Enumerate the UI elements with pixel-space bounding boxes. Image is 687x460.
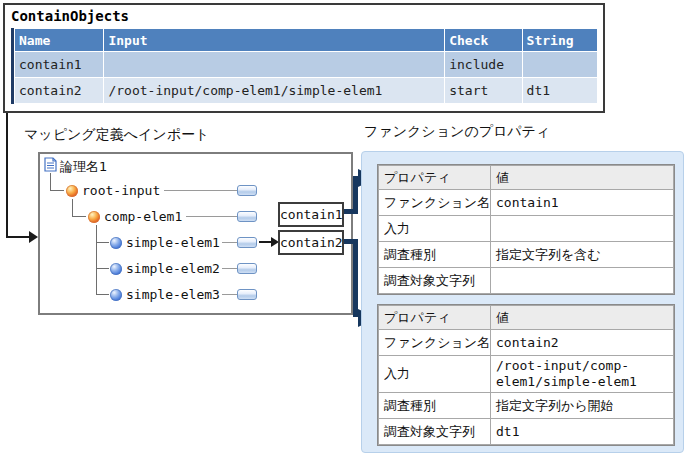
property-row: ファンクション名 contain2 xyxy=(379,330,674,356)
property-value xyxy=(491,216,674,242)
property-value: contain1 xyxy=(491,190,674,216)
tree-node-simple-elem2: simple-elem2 xyxy=(126,261,220,276)
property-row: 調査対象文字列 dt1 xyxy=(379,419,674,445)
mapping-handle-icon xyxy=(237,185,257,196)
mapping-handle-icon xyxy=(237,263,257,274)
property-col-header: プロパティ xyxy=(379,166,491,190)
connector-table-to-tree-horizontal xyxy=(6,236,30,238)
property-row: 調査対象文字列 xyxy=(379,268,674,294)
property-table-contain1: プロパティ 値 ファンクション名 contain1 入力 調査種別 指定文字列を… xyxy=(378,165,674,294)
property-name: ファンクション名 xyxy=(379,190,491,216)
arrowhead-into-tree-icon xyxy=(29,231,38,243)
property-value xyxy=(491,268,674,294)
element-icon xyxy=(66,185,78,197)
property-row: 調査種別 指定文字列から開始 xyxy=(379,393,674,419)
column-header-check: Check xyxy=(445,29,521,51)
tree-node-root-input: root-input xyxy=(82,183,160,198)
tree-connector xyxy=(96,268,109,269)
mapping-handle-icon xyxy=(237,237,257,248)
tree-connector xyxy=(72,216,86,217)
diagram-page: ContainObjects Name Input Check String c… xyxy=(0,0,687,460)
cell-check: start xyxy=(445,78,521,103)
simple-element-icon xyxy=(110,237,122,249)
function-properties-label: ファンクションのプロパティ xyxy=(364,123,550,141)
property-row: 入力 xyxy=(379,216,674,242)
table-header-row: Name Input Check String xyxy=(15,29,597,51)
value-col-header: 値 xyxy=(491,306,674,330)
tree-connector xyxy=(96,242,109,243)
tree-connector xyxy=(96,225,97,295)
property-name: 入力 xyxy=(379,216,491,242)
node-handle-line xyxy=(222,268,237,269)
tree-connector xyxy=(50,190,64,191)
table-row: contain2 /root-input/comp-elem1/simple-e… xyxy=(15,78,597,103)
mapping-handle-icon xyxy=(237,289,257,300)
property-value: /root-input/comp-elem1/simple-elem1 xyxy=(491,356,674,393)
column-header-string: String xyxy=(523,29,597,51)
node-handle-line xyxy=(222,242,237,243)
property-name: 調査対象文字列 xyxy=(379,419,491,445)
tree-node-simple-elem3: simple-elem3 xyxy=(126,287,220,302)
contain-objects-title: ContainObjects xyxy=(11,8,129,24)
property-row: ファンクション名 contain1 xyxy=(379,190,674,216)
property-value: dt1 xyxy=(491,419,674,445)
column-header-input: Input xyxy=(104,29,444,51)
cell-string: dt1 xyxy=(523,78,597,103)
cell-string xyxy=(523,52,597,77)
connector-table-to-tree-vertical xyxy=(6,113,8,237)
property-header-row: プロパティ 値 xyxy=(379,166,674,190)
cell-name: contain1 xyxy=(15,52,103,77)
column-header-name: Name xyxy=(15,29,103,51)
tree-node-simple-elem1: simple-elem1 xyxy=(126,235,220,250)
property-value: 指定文字列を含む xyxy=(491,242,674,268)
element-icon xyxy=(88,211,100,223)
tree-connector xyxy=(50,173,51,191)
node-handle-line xyxy=(222,294,237,295)
property-name: 調査種別 xyxy=(379,393,491,419)
property-col-header: プロパティ xyxy=(379,306,491,330)
property-value: contain2 xyxy=(491,330,674,356)
mapping-handle-icon xyxy=(237,211,257,222)
cell-name: contain2 xyxy=(15,78,103,103)
property-row: 調査種別 指定文字列を含む xyxy=(379,242,674,268)
property-name: ファンクション名 xyxy=(379,330,491,356)
contain-objects-table-wrap: Name Input Check String contain1 include… xyxy=(11,28,598,104)
function-box-contain1: contain1 xyxy=(278,202,344,227)
tree-root-label: 論理名1 xyxy=(60,158,107,176)
property-row: 入力 /root-input/comp-elem1/simple-elem1 xyxy=(379,356,674,393)
table-row: contain1 include xyxy=(15,52,597,77)
cell-input: /root-input/comp-elem1/simple-elem1 xyxy=(104,78,444,103)
simple-element-icon xyxy=(110,263,122,275)
property-name: 調査種別 xyxy=(379,242,491,268)
cell-check: include xyxy=(445,52,521,77)
simple-element-icon xyxy=(110,289,122,301)
node-handle-line xyxy=(164,190,237,191)
node-handle-line xyxy=(186,216,237,217)
property-name: 入力 xyxy=(379,356,491,393)
property-value: 指定文字列から開始 xyxy=(491,393,674,419)
tree-connector xyxy=(72,199,73,217)
tree-connector xyxy=(96,294,109,295)
property-name: 調査対象文字列 xyxy=(379,268,491,294)
property-table-contain2: プロパティ 値 ファンクション名 contain2 入力 /root-input… xyxy=(378,305,674,445)
contain-objects-table: Name Input Check String contain1 include… xyxy=(14,28,598,104)
document-icon xyxy=(44,157,57,172)
cell-input xyxy=(104,52,444,77)
function-box-contain2: contain2 xyxy=(278,230,344,255)
value-col-header: 値 xyxy=(491,166,674,190)
navy-connector-contain2-v xyxy=(353,239,358,317)
mapping-import-label: マッピング定義へインポート xyxy=(24,126,209,144)
contain-objects-box: ContainObjects Name Input Check String c… xyxy=(3,3,605,113)
property-header-row: プロパティ 値 xyxy=(379,306,674,330)
tree-node-comp-elem1: comp-elem1 xyxy=(104,209,182,224)
